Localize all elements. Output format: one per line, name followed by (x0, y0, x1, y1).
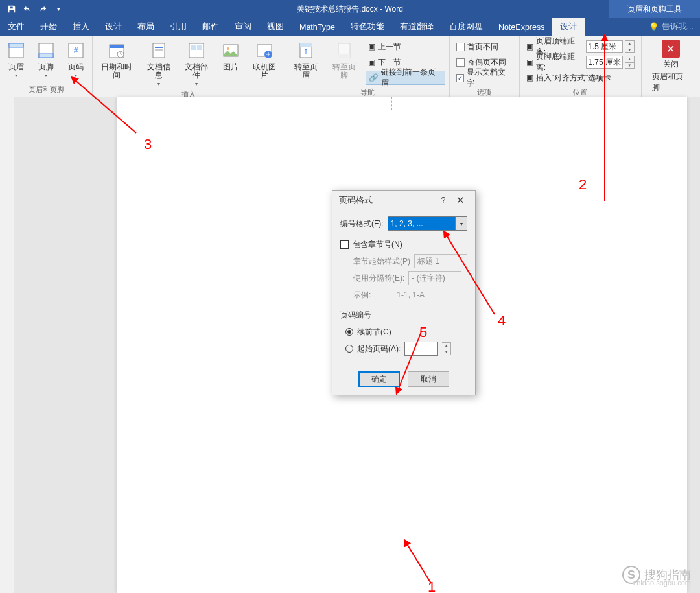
header-icon (5, 40, 27, 62)
svg-point-16 (227, 47, 229, 50)
group-options: 首页不同 奇偶页不同 ✓显示文档文字 选项 (450, 36, 520, 97)
group-position: ▣页眉顶端距离:1.5 厘米▲▼ ▣页脚底端距离:1.75 厘米▲▼ ▣插入"对… (520, 36, 642, 97)
docinfo-icon (148, 40, 170, 62)
online-picture-icon (253, 40, 275, 62)
annotation-1: 1 (428, 579, 436, 593)
annotation-4: 4 (498, 312, 506, 329)
tab-file[interactable]: 文件 (0, 18, 32, 36)
diff-first-checkbox[interactable]: 首页不同 (454, 40, 515, 54)
group-insert: 日期和时间 文档信息▾ 文档部件▾ 图片 联机图片 插入 (93, 36, 285, 97)
spinner[interactable]: ▲▼ (442, 342, 451, 355)
tab-references[interactable]: 引用 (162, 18, 194, 36)
watermark: S 搜狗指南 zhidao.sogou.com (622, 566, 691, 584)
ok-button[interactable]: 确定 (358, 371, 400, 387)
page-number-format-dialog: 页码格式 ? ✕ 编号格式(F): 1, 2, 3, ... ▾ 包含章节号(N… (332, 190, 476, 395)
qat-customize-icon[interactable]: ▾ (52, 3, 65, 16)
tab-mail[interactable]: 邮件 (194, 18, 227, 36)
goto-header-icon (295, 40, 317, 62)
close-hf-button[interactable]: ✕ 关闭 页眉和页脚 (643, 38, 699, 95)
chevron-down-icon: ▾ (45, 73, 47, 78)
svg-rect-20 (300, 43, 312, 47)
start-at-input[interactable] (404, 342, 438, 356)
quick-access-toolbar: ▾ (0, 3, 65, 16)
picture-icon (220, 40, 242, 62)
chevron-down-icon: ▾ (195, 81, 198, 87)
tab-view[interactable]: 视图 (259, 18, 292, 36)
header-button[interactable]: 页眉▾ (1, 38, 31, 80)
svg-rect-3 (39, 54, 53, 58)
help-button[interactable]: ? (435, 196, 452, 205)
datetime-button[interactable]: 日期和时间 (94, 38, 139, 81)
prev-section-button[interactable]: ▣上一节 (366, 40, 445, 54)
footer-button[interactable]: 页脚▾ (31, 38, 61, 80)
goto-header-button[interactable]: 转至页眉 (286, 38, 325, 81)
tab-baidu[interactable]: 百度网盘 (441, 18, 491, 36)
dialog-titlebar: 页码格式 ? ✕ (332, 191, 475, 210)
save-icon[interactable] (5, 3, 18, 16)
include-chapter-checkbox[interactable] (340, 240, 349, 249)
pagenum-button[interactable]: #页码▾ (61, 38, 91, 80)
picture-button[interactable]: 图片 (216, 38, 246, 73)
tab-youdao[interactable]: 有道翻译 (392, 18, 441, 36)
svg-rect-22 (338, 54, 350, 58)
calendar-icon (106, 40, 128, 62)
continue-prev-label: 续前节(C) (357, 327, 391, 338)
page-numbering-header: 页码编号 (340, 310, 467, 321)
tab-insert[interactable]: 插入 (65, 18, 97, 36)
svg-rect-10 (155, 47, 163, 48)
tab-design[interactable]: 设计 (97, 18, 130, 36)
svg-rect-13 (191, 45, 196, 50)
redo-icon[interactable] (36, 3, 49, 16)
footer-distance-input[interactable]: 1.75 厘米 (586, 56, 623, 69)
tab-hf-design[interactable]: 设计 (552, 18, 585, 36)
group-close: ✕ 关闭 页眉和页脚 关闭 (642, 36, 700, 97)
annotation-2: 2 (579, 176, 587, 193)
close-button[interactable]: ✕ (452, 194, 469, 206)
tab-layout[interactable]: 布局 (130, 18, 162, 36)
tab-mathtype[interactable]: MathType (292, 18, 343, 36)
start-at-label: 起始页码(A): (357, 343, 401, 355)
tab-home[interactable]: 开始 (32, 18, 65, 36)
tellme-search[interactable]: 💡 告诉我... (642, 21, 700, 32)
tab-special[interactable]: 特色功能 (343, 18, 392, 36)
spinner[interactable]: ▲▼ (625, 56, 635, 69)
ruler-strip (0, 97, 14, 593)
quickparts-button[interactable]: 文档部件▾ (178, 38, 216, 88)
footer-distance-icon: ▣ (526, 58, 533, 67)
link-previous-button[interactable]: 🔗链接到前一条页眉 (366, 71, 445, 85)
goto-footer-button[interactable]: 转至页脚 (325, 38, 363, 81)
footer-icon (35, 40, 57, 62)
header-region[interactable] (224, 97, 392, 110)
svg-rect-7 (110, 45, 124, 48)
ribbon: 页眉▾ 页脚▾ #页码▾ 页眉和页脚 日期和时间 文档信息▾ 文档部件▾ 图片 … (0, 36, 700, 97)
group-header-footer: 页眉▾ 页脚▾ #页码▾ 页眉和页脚 (0, 36, 93, 97)
continue-prev-radio[interactable] (345, 328, 353, 336)
cancel-button[interactable]: 取消 (408, 371, 449, 387)
chevron-down-icon: ▾ (158, 81, 160, 87)
show-doc-text-checkbox[interactable]: ✓显示文档文字 (454, 71, 515, 85)
title-bar: ▾ 关键技术总结报告.docx - Word 页眉和页脚工具 (0, 0, 700, 18)
separator-label: 使用分隔符(E): (353, 273, 404, 284)
annotation-5: 5 (419, 324, 427, 341)
dialog-title: 页码格式 (339, 195, 373, 206)
tab-noteexpress[interactable]: NoteExpress (491, 18, 553, 36)
lightbulb-icon: 💡 (649, 22, 659, 32)
start-at-radio[interactable] (345, 345, 353, 353)
insert-align-tab-button[interactable]: ▣插入"对齐方式"选项卡 (524, 71, 637, 85)
spinner[interactable]: ▲▼ (625, 40, 635, 53)
docinfo-button[interactable]: 文档信息▾ (139, 38, 178, 88)
number-format-combo[interactable]: 1, 2, 3, ... ▾ (388, 216, 467, 231)
group-navigation: 转至页眉 转至页脚 ▣上一节 ▣下一节 🔗链接到前一条页眉 导航 (285, 36, 449, 97)
online-picture-button[interactable]: 联机图片 (246, 38, 284, 81)
undo-icon[interactable] (21, 3, 34, 16)
close-icon: ✕ (662, 40, 680, 58)
header-distance-input[interactable]: 1.5 厘米 (586, 40, 623, 53)
pagenum-icon: # (65, 40, 87, 62)
context-tool-tab: 页眉和页脚工具 (609, 0, 700, 18)
svg-rect-14 (197, 45, 202, 50)
chevron-down-icon: ▾ (75, 73, 77, 78)
chevron-down-icon: ▾ (15, 73, 18, 78)
tab-review[interactable]: 审阅 (227, 18, 259, 36)
number-format-label: 编号格式(F): (340, 218, 384, 229)
chevron-down-icon: ▾ (455, 217, 467, 230)
